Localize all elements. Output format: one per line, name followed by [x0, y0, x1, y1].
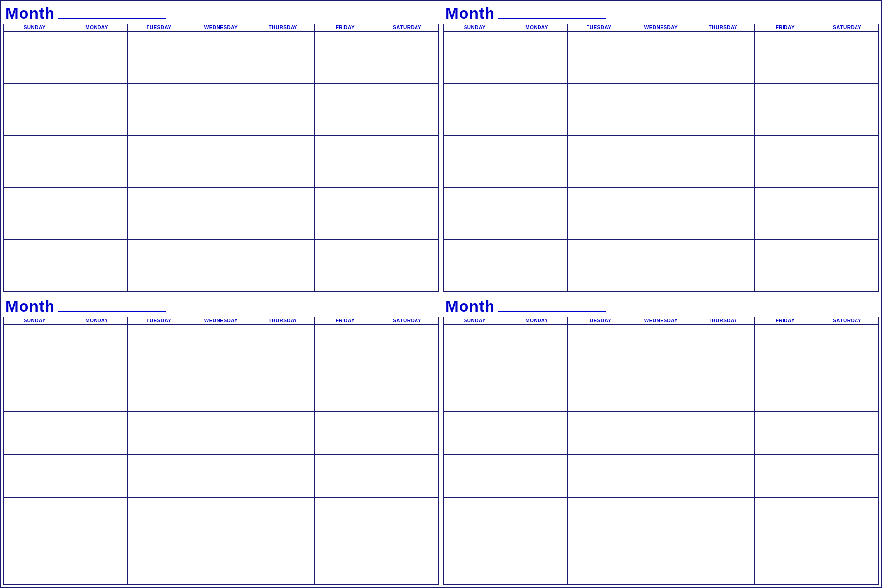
- table-row: [4, 412, 66, 455]
- table-row: [692, 412, 755, 455]
- table-row: [506, 541, 568, 585]
- calendar-header: Month: [3, 297, 439, 316]
- table-row: [444, 368, 506, 411]
- day-headers: SUNDAY MONDAY TUESDAY WEDNESDAY THURSDAY…: [3, 24, 439, 32]
- day-friday: FRIDAY: [315, 24, 377, 32]
- table-row: [66, 32, 128, 84]
- table-row: [252, 541, 315, 585]
- month-underline-line: [498, 311, 606, 312]
- calendar-bottom-right: Month SUNDAY MONDAY TUESDAY WEDNESDAY TH…: [441, 294, 881, 587]
- table-row: [630, 84, 692, 136]
- table-row: [568, 240, 630, 292]
- table-row: [506, 325, 568, 368]
- day-wednesday: WEDNESDAY: [630, 317, 692, 325]
- table-row: [66, 84, 128, 136]
- table-row: [444, 84, 506, 136]
- table-row: [252, 325, 315, 368]
- table-row: [190, 188, 252, 240]
- table-row: [692, 541, 755, 585]
- day-wednesday: WEDNESDAY: [190, 24, 252, 32]
- table-row: [376, 455, 439, 498]
- table-row: [506, 32, 568, 84]
- table-row: [376, 136, 439, 188]
- day-thursday: THURSDAY: [252, 317, 315, 325]
- day-friday: FRIDAY: [755, 24, 817, 32]
- day-headers: SUNDAY MONDAY TUESDAY WEDNESDAY THURSDAY…: [3, 317, 439, 325]
- month-underline-line: [58, 18, 166, 19]
- table-row: [315, 498, 377, 541]
- table-row: [190, 541, 252, 585]
- table-row: [376, 240, 439, 292]
- table-row: [252, 498, 315, 541]
- table-row: [444, 136, 506, 188]
- table-row: [692, 455, 755, 498]
- table-row: [506, 412, 568, 455]
- calendar-top-left: Month SUNDAY MONDAY TUESDAY WEDNESDAY TH…: [1, 1, 441, 294]
- table-row: [568, 325, 630, 368]
- table-row: [816, 412, 879, 455]
- table-row: [755, 84, 817, 136]
- table-row: [315, 412, 377, 455]
- calendar-grid: [3, 32, 439, 292]
- table-row: [506, 455, 568, 498]
- table-row: [4, 240, 66, 292]
- table-row: [190, 240, 252, 292]
- table-row: [376, 368, 439, 411]
- table-row: [816, 368, 879, 411]
- table-row: [630, 541, 692, 585]
- day-headers: SUNDAY MONDAY TUESDAY WEDNESDAY THURSDAY…: [443, 317, 879, 325]
- day-tuesday: TUESDAY: [128, 317, 190, 325]
- table-row: [128, 240, 190, 292]
- table-row: [816, 455, 879, 498]
- calendar-header: Month: [443, 297, 879, 316]
- table-row: [4, 368, 66, 411]
- table-row: [755, 325, 817, 368]
- table-row: [692, 32, 755, 84]
- table-row: [692, 84, 755, 136]
- table-row: [128, 32, 190, 84]
- table-row: [568, 32, 630, 84]
- table-row: [506, 498, 568, 541]
- table-row: [128, 412, 190, 455]
- table-row: [315, 136, 377, 188]
- table-row: [315, 455, 377, 498]
- table-row: [506, 188, 568, 240]
- day-friday: FRIDAY: [755, 317, 817, 325]
- table-row: [4, 136, 66, 188]
- table-row: [252, 412, 315, 455]
- table-row: [568, 368, 630, 411]
- table-row: [692, 325, 755, 368]
- table-row: [376, 412, 439, 455]
- table-row: [66, 325, 128, 368]
- day-tuesday: TUESDAY: [568, 317, 630, 325]
- table-row: [128, 455, 190, 498]
- calendar-grid: [443, 32, 879, 292]
- table-row: [755, 455, 817, 498]
- day-sunday: SUNDAY: [4, 317, 66, 325]
- table-row: [4, 498, 66, 541]
- table-row: [568, 188, 630, 240]
- day-sunday: SUNDAY: [444, 317, 506, 325]
- table-row: [816, 240, 879, 292]
- table-row: [128, 541, 190, 585]
- day-saturday: SATURDAY: [816, 24, 879, 32]
- month-title: Month: [5, 4, 55, 23]
- table-row: [315, 325, 377, 368]
- table-row: [630, 498, 692, 541]
- calendar-top-right: Month SUNDAY MONDAY TUESDAY WEDNESDAY TH…: [441, 1, 881, 294]
- table-row: [190, 32, 252, 84]
- table-row: [755, 32, 817, 84]
- table-row: [816, 84, 879, 136]
- table-row: [444, 541, 506, 585]
- table-row: [315, 188, 377, 240]
- table-row: [376, 188, 439, 240]
- table-row: [444, 188, 506, 240]
- table-row: [376, 325, 439, 368]
- day-thursday: THURSDAY: [692, 317, 755, 325]
- table-row: [568, 541, 630, 585]
- month-underline-line: [58, 311, 166, 312]
- calendar-bottom-left: Month SUNDAY MONDAY TUESDAY WEDNESDAY TH…: [1, 294, 441, 587]
- table-row: [506, 84, 568, 136]
- table-row: [444, 325, 506, 368]
- day-saturday: SATURDAY: [376, 317, 439, 325]
